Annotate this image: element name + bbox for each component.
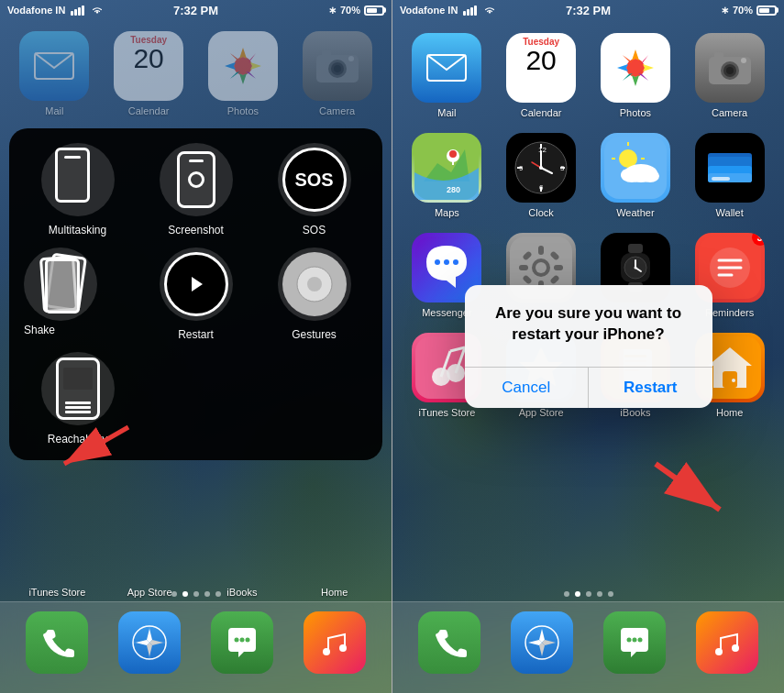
assist-screenshot[interactable]: Screenshot bbox=[142, 143, 249, 236]
shake-label: Shake bbox=[24, 324, 55, 336]
dialog-title: Are you sure you want to restart your iP… bbox=[483, 303, 694, 344]
left-dock-phone-icon bbox=[26, 611, 88, 674]
sos-icon: SOS bbox=[278, 143, 351, 216]
sos-circle: SOS bbox=[282, 148, 347, 212]
svg-marker-8 bbox=[192, 277, 203, 292]
reachability-label: Reachability bbox=[48, 433, 107, 446]
left-calendar-icon: Tuesday 20 bbox=[114, 31, 183, 101]
left-phone: Vodafone IN 7:32 PM ∗ 70% bbox=[0, 0, 392, 693]
left-app-photos: Photos bbox=[200, 31, 287, 116]
multitasking-icon bbox=[41, 143, 115, 216]
left-status-left: Vodafone IN bbox=[7, 5, 133, 16]
assistive-touch-panel[interactable]: Multitasking Screenshot SOS SOS bbox=[9, 128, 382, 460]
bluetooth-icon: ∗ bbox=[328, 5, 337, 16]
dot-2 bbox=[182, 591, 188, 597]
right-battery-icon bbox=[756, 6, 777, 16]
battery-text: 70% bbox=[340, 5, 360, 16]
svg-point-21 bbox=[239, 638, 244, 643]
right-status-bar: Vodafone IN 7:32 PM ∗ 70% bbox=[392, 0, 784, 20]
multitasking-label: Multitasking bbox=[49, 224, 106, 236]
restart-dialog: Are you sure you want to restart your iP… bbox=[465, 285, 712, 407]
assist-sos[interactable]: SOS SOS bbox=[260, 143, 368, 236]
left-dock-messages-icon bbox=[211, 611, 273, 674]
assist-restart[interactable]: Restart bbox=[142, 248, 249, 341]
left-dock-messages[interactable] bbox=[204, 611, 282, 674]
left-dock-phone[interactable] bbox=[18, 611, 96, 674]
sos-label: SOS bbox=[303, 224, 326, 236]
dialog-body: Are you sure you want to restart your iP… bbox=[465, 285, 712, 366]
left-dock-safari-icon bbox=[118, 611, 181, 674]
right-battery-text: 70% bbox=[733, 5, 753, 16]
left-mail-icon bbox=[19, 31, 89, 101]
right-signal-icon bbox=[463, 6, 477, 16]
assist-shake[interactable]: Shake bbox=[24, 248, 131, 341]
dialog-buttons: Cancel Restart bbox=[465, 368, 712, 408]
left-dock-safari[interactable] bbox=[111, 611, 189, 674]
left-camera-icon bbox=[303, 31, 372, 101]
right-time: 7:32 PM bbox=[525, 4, 651, 17]
svg-point-7 bbox=[348, 56, 354, 61]
left-calendar-label: Calendar bbox=[128, 105, 170, 116]
dot-4 bbox=[204, 591, 210, 597]
left-status-right: ∗ 70% bbox=[259, 5, 384, 16]
dot-3 bbox=[193, 591, 199, 597]
assist-gestures[interactable]: Gestures bbox=[260, 248, 368, 341]
left-dock-music-icon bbox=[304, 611, 366, 674]
dot-1 bbox=[171, 591, 177, 597]
svg-point-24 bbox=[339, 644, 347, 652]
gestures-label: Gestures bbox=[292, 328, 337, 341]
left-status-bar: Vodafone IN 7:32 PM ∗ 70% bbox=[0, 0, 392, 20]
left-top-apps: Mail Tuesday 20 Calendar bbox=[0, 26, 392, 122]
left-app-camera: Camera bbox=[293, 31, 381, 116]
right-carrier-text: Vodafone IN bbox=[400, 5, 458, 16]
right-status-right: ∗ 70% bbox=[651, 5, 777, 16]
left-app-mail: Mail bbox=[11, 31, 98, 116]
left-camera-label: Camera bbox=[319, 105, 355, 116]
screenshot-label: Screenshot bbox=[168, 224, 224, 236]
shake-icon bbox=[24, 248, 97, 321]
dialog-cancel-button[interactable]: Cancel bbox=[465, 368, 589, 408]
svg-point-20 bbox=[234, 638, 238, 643]
left-page-dots bbox=[0, 591, 392, 597]
left-time: 7:32 PM bbox=[133, 4, 259, 17]
svg-point-5 bbox=[334, 65, 341, 72]
right-wifi-icon bbox=[483, 6, 496, 16]
dot-5 bbox=[215, 591, 221, 597]
svg-point-23 bbox=[323, 648, 330, 655]
svg-point-22 bbox=[245, 638, 249, 643]
left-dock-music[interactable] bbox=[295, 611, 373, 674]
dialog-restart-button[interactable]: Restart bbox=[589, 368, 712, 408]
restart-label: Restart bbox=[178, 328, 214, 341]
left-dock bbox=[0, 601, 392, 693]
svg-point-10 bbox=[307, 277, 322, 292]
left-photos-label: Photos bbox=[227, 105, 259, 116]
right-bluetooth-icon: ∗ bbox=[721, 5, 729, 16]
reachability-icon bbox=[41, 352, 115, 425]
left-app-calendar: Tuesday 20 Calendar bbox=[105, 31, 193, 116]
restart-dialog-overlay: Are you sure you want to restart your iP… bbox=[392, 0, 784, 693]
assist-reachability[interactable]: Reachability bbox=[24, 352, 131, 446]
signal-icon bbox=[71, 6, 84, 16]
right-status-left: Vodafone IN bbox=[400, 5, 525, 16]
gestures-icon bbox=[278, 248, 351, 321]
right-phone: Vodafone IN 7:32 PM ∗ 70% bbox=[392, 0, 784, 693]
svg-rect-6 bbox=[322, 50, 331, 57]
assist-multitasking[interactable]: Multitasking bbox=[24, 143, 131, 236]
restart-icon bbox=[160, 248, 233, 321]
left-photos-icon bbox=[208, 31, 278, 101]
wifi-icon bbox=[91, 6, 104, 16]
left-mail-label: Mail bbox=[45, 105, 63, 116]
battery-icon bbox=[364, 6, 384, 16]
carrier-text: Vodafone IN bbox=[7, 5, 65, 16]
screenshot-icon bbox=[160, 143, 233, 216]
